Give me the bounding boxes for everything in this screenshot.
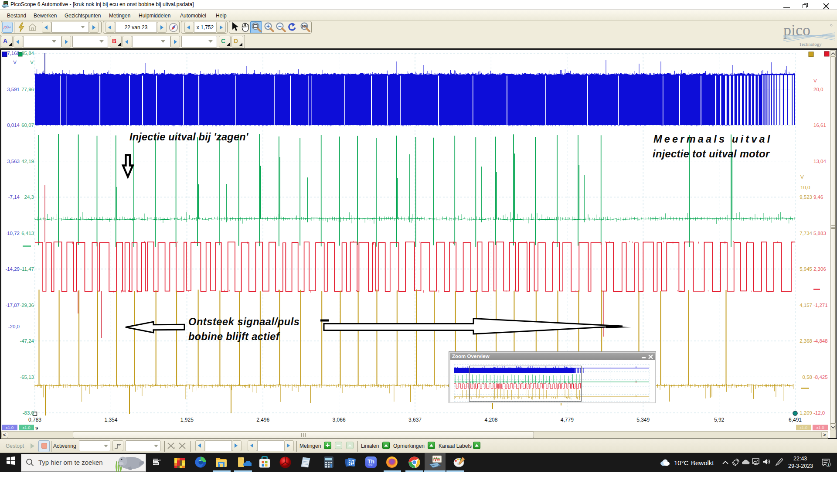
svg-text:10,0: 10,0 <box>800 185 810 190</box>
svg-text:24,3: 24,3 <box>24 194 34 200</box>
svg-text:4,208: 4,208 <box>484 417 497 423</box>
svg-text:77,96: 77,96 <box>21 87 34 92</box>
svg-text:60,07: 60,07 <box>21 123 34 128</box>
svg-text:Meermaals uitval: Meermaals uitval <box>653 133 772 145</box>
svg-text:5,945: 5,945 <box>800 266 812 272</box>
svg-text:-83,0: -83,0 <box>23 410 34 415</box>
svg-text:V: V <box>13 60 17 65</box>
svg-text:1,354: 1,354 <box>104 417 117 423</box>
svg-text:13,04: 13,04 <box>813 159 826 164</box>
svg-text:Ontsteek signaal/puls: Ontsteek signaal/puls <box>188 316 300 327</box>
svg-text:3,066: 3,066 <box>333 417 346 423</box>
svg-text:-10,72: -10,72 <box>5 231 20 236</box>
svg-text:5,349: 5,349 <box>636 417 650 423</box>
svg-text:9,46: 9,46 <box>813 194 823 200</box>
svg-text:V: V <box>30 60 34 65</box>
svg-text:16,61: 16,61 <box>813 123 826 128</box>
svg-text:20,0: 20,0 <box>813 87 823 92</box>
svg-text:5,883: 5,883 <box>813 231 826 236</box>
svg-text:Injectie uitval bij 'zagen': Injectie uitval bij 'zagen' <box>129 131 249 143</box>
svg-text:7,734: 7,734 <box>800 231 812 236</box>
svg-text:0,014: 0,014 <box>7 123 20 128</box>
svg-text:6,413: 6,413 <box>21 231 34 236</box>
svg-text:V: V <box>800 174 804 180</box>
svg-text:7,169: 7,169 <box>7 51 20 56</box>
svg-text:V: V <box>813 78 817 83</box>
svg-text:4,779: 4,779 <box>561 417 574 423</box>
svg-text:injectie tot uitval motor: injectie tot uitval motor <box>653 148 770 160</box>
svg-text:-65,13: -65,13 <box>20 375 34 380</box>
svg-text:2,306: 2,306 <box>813 266 826 272</box>
svg-text:-3,563: -3,563 <box>5 159 20 164</box>
svg-text:1,209: 1,209 <box>800 410 812 415</box>
svg-text:-12,0: -12,0 <box>813 410 825 415</box>
svg-text:Technology: Technology <box>799 41 822 47</box>
svg-text:1,925: 1,925 <box>180 417 194 423</box>
svg-text:-4,848: -4,848 <box>813 338 828 344</box>
svg-text:-1,271: -1,271 <box>813 303 828 308</box>
svg-text:-47,24: -47,24 <box>20 338 34 344</box>
svg-text:3,591: 3,591 <box>7 87 20 92</box>
svg-text:-17,87: -17,87 <box>5 303 20 308</box>
svg-text:95,84: 95,84 <box>21 51 34 56</box>
svg-text:1: 1 <box>827 463 830 467</box>
svg-text:-8,425: -8,425 <box>813 375 828 380</box>
svg-text:-14,29: -14,29 <box>5 266 20 272</box>
svg-text:4,157: 4,157 <box>800 303 812 308</box>
svg-text:bobine blijft actief: bobine blijft actief <box>188 331 280 342</box>
svg-text:42,19: 42,19 <box>21 159 34 164</box>
svg-text:-20,0: -20,0 <box>8 324 20 329</box>
svg-text:6,491: 6,491 <box>789 417 802 423</box>
svg-text:5,92: 5,92 <box>714 417 725 423</box>
svg-text:-29,36: -29,36 <box>20 303 34 308</box>
svg-text:3,637: 3,637 <box>408 417 422 423</box>
svg-text:-11,47: -11,47 <box>20 266 34 272</box>
svg-text:9,523: 9,523 <box>800 194 812 200</box>
svg-text:100: 100 <box>302 24 307 28</box>
svg-text:2,368: 2,368 <box>800 338 812 344</box>
svg-text:-7,14: -7,14 <box>8 194 20 200</box>
svg-text:0,783: 0,783 <box>28 417 41 423</box>
svg-text:0,58: 0,58 <box>803 375 812 380</box>
svg-text:2,496: 2,496 <box>256 417 269 423</box>
